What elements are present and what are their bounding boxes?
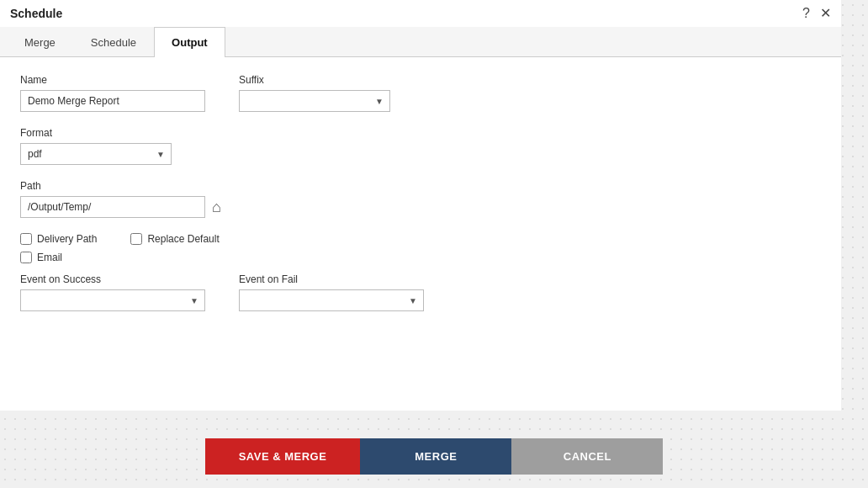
format-select-wrapper: pdf docx xlsx html ▼ [20, 143, 172, 165]
event-success-select[interactable] [20, 289, 205, 311]
suffix-select-wrapper: ▼ [239, 90, 390, 112]
close-icon[interactable]: ✕ [820, 7, 831, 20]
format-select[interactable]: pdf docx xlsx html [20, 143, 172, 165]
title-bar-icons: ? ✕ [802, 7, 831, 20]
help-icon[interactable]: ? [802, 7, 810, 20]
checkbox-row-1: Delivery Path Replace Default [20, 233, 821, 245]
delivery-path-checkbox[interactable] [20, 233, 32, 245]
path-group: Path ⌂ [20, 180, 821, 218]
delivery-path-label: Delivery Path [37, 233, 97, 245]
save-merge-button[interactable]: SAVE & MERGE [205, 438, 361, 475]
path-row: ⌂ [20, 196, 821, 218]
dialog-title: Schedule [10, 7, 62, 20]
merge-button[interactable]: MERGE [360, 438, 511, 475]
tab-bar: Merge Schedule Output [0, 27, 841, 57]
name-label: Name [20, 74, 205, 86]
format-label: Format [20, 127, 821, 139]
path-input[interactable] [20, 196, 205, 218]
cancel-button[interactable]: CANCEL [511, 438, 663, 475]
title-bar: Schedule ? ✕ [0, 0, 841, 27]
name-suffix-row: Name Suffix ▼ [20, 74, 821, 112]
event-fail-select-wrapper: ▼ [239, 289, 424, 311]
tab-merge[interactable]: Merge [7, 27, 73, 57]
path-label: Path [20, 180, 821, 192]
checkbox-row-2: Email [20, 252, 821, 263]
event-success-label: Event on Success [20, 273, 205, 285]
email-label: Email [37, 252, 62, 263]
event-fail-select[interactable] [239, 289, 424, 311]
event-success-group: Event on Success ▼ [20, 273, 205, 311]
event-fail-group: Event on Fail ▼ [239, 273, 424, 311]
output-tab-content: Name Suffix ▼ Format [0, 57, 841, 411]
suffix-select[interactable] [239, 90, 390, 112]
replace-default-checkbox-item[interactable]: Replace Default [130, 233, 219, 245]
home-icon[interactable]: ⌂ [212, 199, 221, 216]
format-group: Format pdf docx xlsx html ▼ [20, 127, 821, 165]
replace-default-label: Replace Default [147, 233, 219, 245]
tab-schedule[interactable]: Schedule [73, 27, 154, 57]
tab-output[interactable]: Output [154, 27, 225, 57]
email-checkbox-item[interactable]: Email [20, 252, 62, 263]
event-row: Event on Success ▼ Event on Fail [20, 273, 821, 311]
event-fail-label: Event on Fail [239, 273, 424, 285]
email-checkbox[interactable] [20, 252, 32, 263]
event-success-select-wrapper: ▼ [20, 289, 205, 311]
footer-actions: SAVE & MERGE MERGE CANCEL [0, 425, 868, 488]
suffix-label: Suffix [239, 74, 390, 86]
replace-default-checkbox[interactable] [130, 233, 142, 245]
suffix-group: Suffix ▼ [239, 74, 390, 112]
delivery-path-checkbox-item[interactable]: Delivery Path [20, 233, 97, 245]
name-group: Name [20, 74, 205, 112]
name-input[interactable] [20, 90, 205, 112]
